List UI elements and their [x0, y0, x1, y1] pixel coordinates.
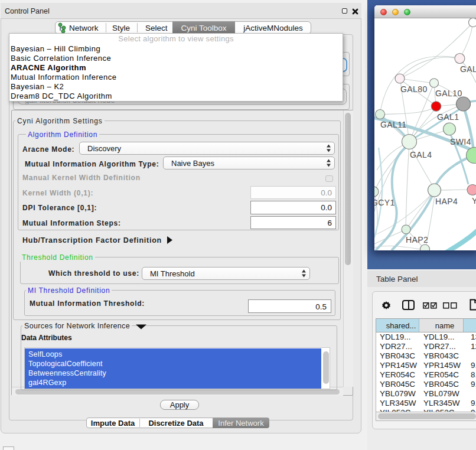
svg-text:GAL2: GAL2: [460, 64, 476, 74]
svg-text:GAL11: GAL11: [380, 120, 407, 129]
svg-text:HAP4: HAP4: [435, 197, 458, 206]
svg-text:GAL10: GAL10: [435, 89, 462, 98]
svg-text:GAL4: GAL4: [410, 150, 432, 159]
svg-text:GCY1: GCY1: [374, 198, 395, 207]
svg-text:GAL1: GAL1: [437, 112, 459, 122]
svg-text:SWI4: SWI4: [450, 137, 471, 146]
svg-text:Y: Y: [472, 196, 476, 206]
svg-text:HAP2: HAP2: [406, 235, 428, 244]
svg-text:GAL80: GAL80: [400, 84, 428, 94]
